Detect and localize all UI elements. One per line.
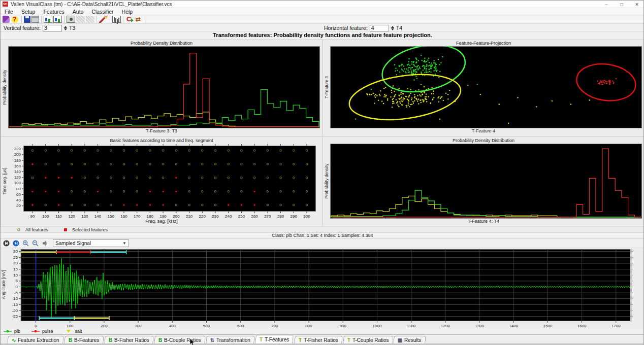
segment-grid-ylabel: Time seg. [µs] <box>1 144 8 219</box>
minimize-button[interactable]: – <box>599 1 614 8</box>
menu-auto[interactable]: Auto <box>69 9 88 15</box>
svg-text:180: 180 <box>14 158 21 163</box>
svg-text:0: 0 <box>35 324 37 328</box>
svg-text:160: 160 <box>120 214 127 219</box>
tab-label: T-Couple Ratios <box>352 337 389 343</box>
vertical-feature-label: Vertical feature: <box>4 25 41 31</box>
menu-setup[interactable]: Setup <box>17 9 39 15</box>
mouse-cursor <box>189 338 196 345</box>
window-controls: –□✕ <box>599 1 644 8</box>
tab-b-features[interactable]: BB-Features <box>64 336 104 343</box>
vertical-feature-spinner[interactable] <box>64 26 67 30</box>
svg-text:25: 25 <box>13 255 18 260</box>
maximize-button[interactable]: □ <box>614 1 629 8</box>
record-icon[interactable] <box>125 16 134 23</box>
signal-select[interactable]: Sampled Signal ▼ <box>53 239 129 247</box>
tab-label: T-Features <box>265 337 289 342</box>
pdd-t3-ylabel: Probability density <box>1 46 8 128</box>
tab-label: Feature Extraction <box>18 337 59 343</box>
horizontal-feature-input[interactable] <box>370 25 389 31</box>
tab-label: Transformation <box>216 337 250 343</box>
help-icon[interactable] <box>11 16 19 23</box>
svg-text:40: 40 <box>16 198 21 202</box>
svg-text:280: 280 <box>277 214 284 219</box>
tab-label: Results <box>405 337 422 343</box>
next-set-button[interactable] <box>12 239 20 247</box>
ffp-xlabel: T-Feature 4 <box>323 128 644 135</box>
class-series-legend: plbpulsesalt <box>1 328 644 334</box>
svg-text:220: 220 <box>14 147 21 151</box>
svg-text:10: 10 <box>13 273 18 278</box>
svg-text:250: 250 <box>238 214 245 219</box>
tab-label: B-Features <box>74 337 99 343</box>
series-legend-salt: salt <box>65 329 82 334</box>
features-legend: All featuresSelected features <box>1 227 644 233</box>
waveform-chart[interactable]: 0100200300400500600700800900100011001200… <box>1 248 644 328</box>
tab-t-couple-ratios[interactable]: TT-Couple Ratios <box>343 336 393 343</box>
zoom-in-icon[interactable] <box>22 239 29 247</box>
wave-tab-icon: ∿ <box>12 337 16 343</box>
dis2-icon[interactable] <box>86 16 94 23</box>
horizontal-feature-name: T4 <box>396 25 402 31</box>
svg-text:30: 30 <box>13 249 18 254</box>
series-legend-pulse: pulse <box>31 329 53 334</box>
horizontal-feature-label: Horizontal feature: <box>324 25 368 31</box>
audio-icon[interactable] <box>41 239 49 247</box>
tab-t-fisher-ratios[interactable]: TT-Fisher Ratios <box>294 336 342 343</box>
book-icon[interactable] <box>3 16 10 23</box>
horizontal-feature-spinner[interactable] <box>391 26 394 30</box>
B-tab-icon: B <box>69 337 72 343</box>
tab-feature-extraction[interactable]: ∿Feature Extraction <box>7 336 64 343</box>
segment-grid-title: Basic features according to time and fre… <box>1 137 322 144</box>
svg-text:300: 300 <box>135 324 142 328</box>
ffp-chart <box>330 46 642 128</box>
prev-set-button[interactable] <box>3 239 10 247</box>
svg-text:230: 230 <box>212 214 219 219</box>
menu-file[interactable]: File <box>1 9 17 15</box>
vertical-feature-input[interactable] <box>43 25 62 31</box>
dis1-icon[interactable] <box>76 16 85 23</box>
menu-help[interactable]: Help <box>118 9 137 15</box>
svg-text:-20: -20 <box>12 308 18 313</box>
menu-features[interactable]: Features <box>39 9 68 15</box>
zoom-out-icon[interactable] <box>31 239 39 247</box>
svg-text:200: 200 <box>173 214 180 219</box>
refresh-icon[interactable] <box>135 16 144 23</box>
svg-text:1200: 1200 <box>441 324 450 328</box>
tab-b-fisher-ratios[interactable]: BB-Fisher Ratios <box>104 336 154 343</box>
print-icon[interactable] <box>31 16 39 23</box>
wand-icon[interactable] <box>99 16 108 23</box>
menu-classifier[interactable]: Classifier <box>87 9 117 15</box>
transform-tab-icon: ⇅ <box>210 337 214 343</box>
svg-text:1600: 1600 <box>577 324 587 328</box>
svg-text:1100: 1100 <box>407 324 416 328</box>
toolbar-separator <box>96 16 97 23</box>
graph1-icon[interactable] <box>44 16 52 23</box>
svg-text:100: 100 <box>67 324 74 328</box>
legend-selected-features: Selected features <box>61 227 108 232</box>
svg-text:-25: -25 <box>12 314 18 319</box>
hist-icon[interactable] <box>112 16 121 23</box>
vertical-feature-name: T3 <box>69 25 75 31</box>
B-tab-icon: B <box>158 337 162 343</box>
svg-text:150: 150 <box>108 214 115 219</box>
tab-transformation[interactable]: ⇅Transformation <box>206 336 255 343</box>
pdd-t4-ylabel: Probability density <box>323 144 330 219</box>
graph2-icon[interactable] <box>53 16 62 23</box>
toolbar-separator <box>64 16 65 23</box>
svg-text:300: 300 <box>303 214 310 219</box>
camera-icon[interactable] <box>67 16 75 23</box>
svg-text:1500: 1500 <box>543 324 553 328</box>
svg-text:210: 210 <box>186 214 193 219</box>
close-button[interactable]: ✕ <box>629 1 644 8</box>
feature-selector-row: Vertical feature: T3 Horizontal feature:… <box>1 24 644 32</box>
svg-text:290: 290 <box>291 214 298 219</box>
svg-text:500: 500 <box>203 324 210 328</box>
save-icon[interactable] <box>24 16 30 23</box>
tab-b-couple-ratios[interactable]: BB-Couple Ratios <box>154 336 206 343</box>
tab-t-features[interactable]: TT-Features <box>255 335 294 343</box>
toolbar-separator <box>21 16 22 23</box>
tab-label: B-Couple Ratios <box>164 337 201 343</box>
page-title: Transformed features: Probability densit… <box>1 32 644 39</box>
tab-results[interactable]: ▦Results <box>394 336 426 343</box>
